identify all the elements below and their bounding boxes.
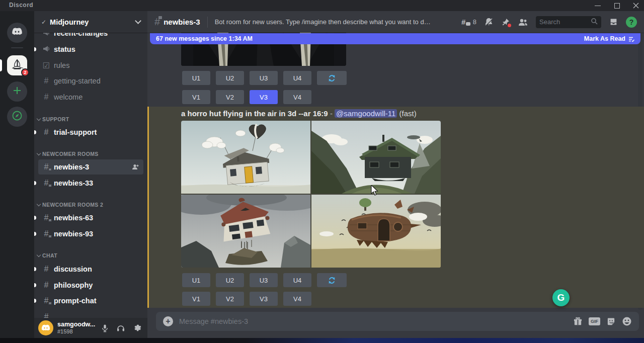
channel-getting-started[interactable]: # getting-started	[38, 73, 143, 89]
channel-prompt-chat[interactable]: # prompt-chat	[38, 293, 143, 308]
channel-discussion[interactable]: # discussion	[38, 262, 143, 277]
channel-newbies-93[interactable]: # newbies-93	[38, 226, 143, 241]
reroll-button[interactable]	[317, 273, 347, 287]
channel-newbies-33[interactable]: # newbies-33	[38, 176, 143, 191]
message-input[interactable]: + Message #newbies-3 GIF	[156, 312, 639, 331]
hash-icon: #	[42, 281, 50, 290]
u3-button[interactable]: U3	[250, 273, 278, 287]
v1-button[interactable]: V1	[182, 90, 210, 104]
image-crooked-house[interactable]	[181, 195, 310, 268]
new-messages-bar[interactable]: 67 new messages since 1:34 AM Mark As Re…	[150, 33, 640, 44]
inbox-button[interactable]	[609, 17, 618, 27]
headphones-button[interactable]	[115, 321, 127, 334]
mic-button[interactable]	[99, 321, 111, 334]
v4-button[interactable]: V4	[283, 292, 311, 306]
hash-icon: #	[42, 128, 50, 137]
u2-button[interactable]: U2	[216, 273, 244, 287]
emoji-button[interactable]	[622, 316, 632, 326]
v2-button[interactable]: V2	[216, 292, 244, 306]
user-mention[interactable]: @samgoodwill-11	[335, 109, 397, 118]
close-button[interactable]	[633, 3, 639, 9]
section-support[interactable]: SUPPORT	[37, 115, 143, 124]
server-name: Midjourney	[50, 18, 89, 26]
hash-bot-icon: #	[42, 229, 50, 238]
hash-bot-icon: #	[42, 179, 50, 188]
chevron-down-icon	[37, 202, 41, 206]
minimize-button[interactable]	[595, 3, 601, 9]
mark-read-icon	[628, 36, 634, 42]
channel-status[interactable]: status	[38, 42, 143, 57]
channel-welcome[interactable]: # welcome	[38, 90, 143, 105]
unread-dot	[34, 130, 36, 134]
v2-button[interactable]: V2	[216, 90, 244, 104]
verified-check-icon: ✓	[41, 19, 46, 26]
u3-button[interactable]: U3	[250, 71, 278, 85]
help-button[interactable]: ?	[626, 17, 637, 28]
image-balloon-house[interactable]	[181, 121, 310, 194]
channel-recent-changes[interactable]: recent-changes	[38, 33, 143, 41]
channel-partial[interactable]: #	[38, 309, 143, 318]
channel-trial-support[interactable]: # trial-support	[38, 125, 143, 140]
home-button[interactable]	[7, 23, 27, 43]
generated-image-grid[interactable]	[181, 121, 441, 268]
hash-lock-icon: #	[154, 16, 160, 28]
avatar[interactable]	[38, 320, 53, 335]
threads-button[interactable]: # 8	[461, 18, 476, 27]
unread-dot	[34, 283, 36, 287]
v1-button[interactable]: V1	[182, 292, 210, 306]
channel-newbies-63[interactable]: # newbies-63	[38, 210, 143, 225]
channel-topic[interactable]: Bot room for new users. Type /imagine th…	[215, 18, 431, 26]
megaphone-icon	[42, 33, 50, 38]
search-icon	[591, 18, 598, 26]
channel-philosophy[interactable]: # philosophy	[38, 278, 143, 293]
u4-button[interactable]: U4	[283, 273, 311, 287]
image-steampunk-house[interactable]	[311, 195, 441, 268]
hash-bot-icon: #	[42, 312, 50, 318]
u1-button[interactable]: U1	[182, 273, 210, 287]
server-icon-midjourney[interactable]: 2	[7, 55, 27, 75]
u1-button[interactable]: U1	[182, 71, 210, 85]
hash-bot-icon: #	[42, 162, 50, 172]
gif-button[interactable]: GIF	[589, 317, 600, 325]
member-list-button[interactable]	[518, 18, 528, 27]
u2-button[interactable]: U2	[216, 71, 244, 85]
image-valley-cabin[interactable]	[311, 121, 441, 194]
pinned-messages-button[interactable]	[501, 18, 510, 27]
settings-gear-button[interactable]	[131, 321, 143, 334]
app-title: Discord	[9, 2, 33, 9]
notifications-muted-button[interactable]	[484, 17, 494, 27]
hash-icon: #	[42, 76, 50, 85]
message-mention: a horro hut flying in the air in 3d --ar…	[147, 107, 644, 308]
u4-button[interactable]: U4	[283, 71, 311, 85]
section-chat[interactable]: CHAT	[37, 251, 143, 260]
add-server-button[interactable]	[7, 81, 27, 102]
mark-as-read-button[interactable]: Mark As Read	[584, 35, 634, 42]
channel-newbies-3[interactable]: # newbies-3	[38, 159, 143, 175]
grammarly-badge[interactable]: G	[552, 289, 570, 306]
search-input[interactable]: Search	[536, 16, 601, 28]
create-invite-icon[interactable]	[131, 163, 139, 171]
chevron-down-icon	[135, 18, 141, 24]
user-panel: samgoodw... #1598	[34, 318, 147, 338]
channel-sidebar: ✓ Midjourney recent-changes status ☑ rul…	[34, 11, 147, 338]
gift-button[interactable]	[573, 317, 583, 326]
hash-bot-icon: #	[42, 296, 50, 305]
channel-rules[interactable]: ☑ rules	[38, 58, 143, 73]
server-header[interactable]: ✓ Midjourney	[34, 11, 147, 33]
channel-header: # newbies-3 Bot room for new users. Type…	[147, 11, 644, 33]
v3-button[interactable]: V3	[250, 292, 278, 306]
attach-plus-icon[interactable]: +	[163, 316, 173, 326]
reroll-button[interactable]	[317, 71, 347, 85]
message-placeholder[interactable]: Message #newbies-3	[179, 317, 567, 325]
section-newcomer-rooms[interactable]: NEWCOMER ROOMS	[37, 149, 143, 158]
channel-name: newbies-3	[164, 18, 200, 26]
v3-button-active[interactable]: V3	[250, 90, 278, 104]
section-newcomer-rooms-2[interactable]: NEWCOMER ROOMS 2	[37, 200, 143, 209]
refresh-icon	[328, 74, 336, 82]
sticker-button[interactable]	[606, 317, 616, 326]
explore-servers-button[interactable]	[7, 107, 27, 127]
server-unread-badge: 2	[21, 68, 29, 76]
new-messages-text: 67 new messages since 1:34 AM	[156, 35, 253, 42]
maximize-button[interactable]	[614, 3, 620, 9]
v4-button[interactable]: V4	[283, 90, 311, 104]
